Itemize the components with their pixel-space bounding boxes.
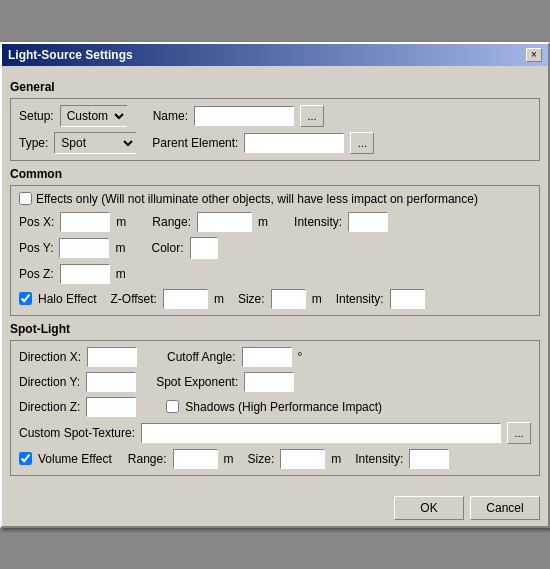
title-bar-text: Light-Source Settings	[8, 48, 133, 62]
z-offset-unit: m	[214, 292, 224, 306]
halo-row: Halo Effect Z-Offset: 0,3 m Size: 4 m In…	[19, 289, 531, 309]
title-bar: Light-Source Settings ×	[2, 44, 548, 66]
shadows-label: Shadows (High Performance Impact)	[185, 400, 382, 414]
dir-y-exponent-row: Direction Y: -1 Spot Exponent: 25	[19, 372, 531, 392]
halo-size-unit: m	[312, 292, 322, 306]
pos-x-label: Pos X:	[19, 215, 54, 229]
exponent-label: Spot Exponent:	[156, 375, 238, 389]
dir-x-label: Direction X:	[19, 350, 81, 364]
pos-y-input[interactable]: 0,6	[59, 238, 109, 258]
pos-z-input[interactable]: -7,3	[60, 264, 110, 284]
volume-row: Volume Effect Range: 50 m Size: 0,17 m I…	[19, 449, 531, 469]
type-select-wrapper: Spot Point Directional	[54, 132, 136, 154]
name-browse-button[interactable]: ...	[300, 105, 324, 127]
type-label: Type:	[19, 136, 48, 150]
exponent-input[interactable]: 25	[244, 372, 294, 392]
dir-z-label: Direction Z:	[19, 400, 80, 414]
name-label: Name:	[153, 109, 188, 123]
effects-only-label: Effects only (Will not illuminate other …	[36, 192, 478, 206]
pos-x-input[interactable]: 0	[60, 212, 110, 232]
halo-intensity-input[interactable]: 1	[390, 289, 425, 309]
pos-z-row: Pos Z: -7,3 m	[19, 264, 531, 284]
effects-only-checkbox[interactable]	[19, 192, 32, 205]
parent-browse-button[interactable]: ...	[350, 132, 374, 154]
halo-effect-checkbox[interactable]	[19, 292, 32, 305]
cutoff-label: Cutoff Angle:	[167, 350, 236, 364]
vol-range-unit: m	[224, 452, 234, 466]
pos-y-color-row: Pos Y: 0,6 m Color:	[19, 237, 531, 259]
vol-intensity-input[interactable]: 0,3	[409, 449, 449, 469]
spot-light-section-label: Spot-Light	[10, 322, 540, 336]
name-input[interactable]: thelight4	[194, 106, 294, 126]
texture-input[interactable]	[141, 423, 501, 443]
color-label: Color:	[151, 241, 183, 255]
volume-effect-label: Volume Effect	[38, 452, 112, 466]
general-section: Setup: Custom Point Spot Name: thelight4…	[10, 98, 540, 161]
range-input[interactable]: 100	[197, 212, 252, 232]
halo-effect-label: Halo Effect	[38, 292, 96, 306]
cutoff-input[interactable]: 30	[242, 347, 292, 367]
halo-intensity-label: Intensity:	[336, 292, 384, 306]
vol-size-input[interactable]: 0,17	[280, 449, 325, 469]
parent-element-label: Parent Element:	[152, 136, 238, 150]
dir-y-input[interactable]: -1	[86, 372, 136, 392]
cancel-button[interactable]: Cancel	[470, 496, 540, 520]
halo-size-input[interactable]: 4	[271, 289, 306, 309]
common-section: Effects only (Will not illuminate other …	[10, 185, 540, 316]
footer: OK Cancel	[2, 490, 548, 526]
vol-range-label: Range:	[128, 452, 167, 466]
pos-z-unit: m	[116, 267, 126, 281]
texture-row: Custom Spot-Texture: ...	[19, 422, 531, 444]
general-row1: Setup: Custom Point Spot Name: thelight4…	[19, 105, 531, 127]
range-label: Range:	[152, 215, 191, 229]
pos-x-unit: m	[116, 215, 126, 229]
vol-size-unit: m	[331, 452, 341, 466]
ok-button[interactable]: OK	[394, 496, 464, 520]
volume-effect-checkbox[interactable]	[19, 452, 32, 465]
type-select[interactable]: Spot Point Directional	[54, 132, 136, 154]
texture-browse-button[interactable]: ...	[507, 422, 531, 444]
dialog-body: General Setup: Custom Point Spot Name: t…	[2, 66, 548, 490]
close-button[interactable]: ×	[526, 48, 542, 62]
cutoff-unit: °	[298, 350, 303, 364]
z-offset-label: Z-Offset:	[110, 292, 156, 306]
setup-select[interactable]: Custom Point Spot	[60, 105, 127, 127]
spot-light-section: Direction X: 0 Cutoff Angle: 30 ° Direct…	[10, 340, 540, 476]
range-unit: m	[258, 215, 268, 229]
vol-intensity-label: Intensity:	[355, 452, 403, 466]
dir-x-cutoff-row: Direction X: 0 Cutoff Angle: 30 °	[19, 347, 531, 367]
texture-label: Custom Spot-Texture:	[19, 426, 135, 440]
pos-y-label: Pos Y:	[19, 241, 53, 255]
general-row2: Type: Spot Point Directional Parent Elem…	[19, 132, 531, 154]
color-swatch[interactable]	[190, 237, 218, 259]
vol-size-label: Size:	[248, 452, 275, 466]
pos-y-unit: m	[115, 241, 125, 255]
dir-z-input[interactable]: 0	[86, 397, 136, 417]
shadows-checkbox[interactable]	[166, 400, 179, 413]
dialog-light-source: Light-Source Settings × General Setup: C…	[0, 42, 550, 528]
pos-range-row: Pos X: 0 m Range: 100 m Intensity: 1	[19, 212, 531, 232]
pos-z-label: Pos Z:	[19, 267, 54, 281]
intensity-label: Intensity:	[294, 215, 342, 229]
intensity-input[interactable]: 1	[348, 212, 388, 232]
effects-only-row: Effects only (Will not illuminate other …	[19, 192, 531, 206]
z-offset-input[interactable]: 0,3	[163, 289, 208, 309]
dir-z-shadows-row: Direction Z: 0 Shadows (High Performance…	[19, 397, 531, 417]
parent-element-input[interactable]: ARM	[244, 133, 344, 153]
dir-x-input[interactable]: 0	[87, 347, 137, 367]
common-section-label: Common	[10, 167, 540, 181]
halo-size-label: Size:	[238, 292, 265, 306]
general-section-label: General	[10, 80, 540, 94]
setup-label: Setup:	[19, 109, 54, 123]
dir-y-label: Direction Y:	[19, 375, 80, 389]
setup-select-wrapper: Custom Point Spot	[60, 105, 127, 127]
vol-range-input[interactable]: 50	[173, 449, 218, 469]
